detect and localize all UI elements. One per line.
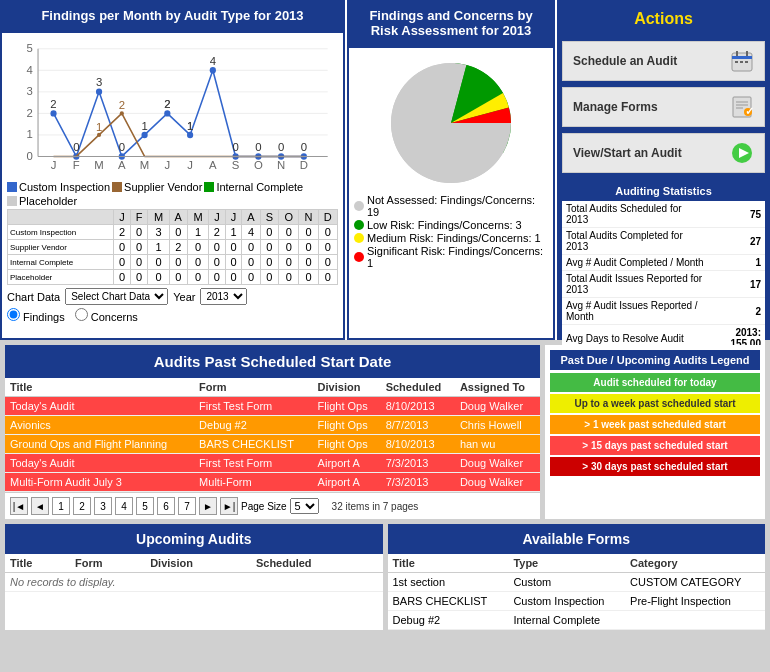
next-page-button[interactable]: ►	[199, 497, 217, 515]
col-assigned: Assigned To	[455, 378, 540, 397]
upcoming-col-title: Title	[5, 554, 70, 573]
row-assigned: han wu	[455, 435, 540, 454]
table-row[interactable]: Multi-Form Audit July 3 Multi-Form Airpo…	[5, 473, 540, 492]
svg-text:0: 0	[278, 140, 284, 153]
form-category: CUSTOM CATEGORY	[625, 573, 765, 592]
row-form: Debug #2	[194, 416, 313, 435]
svg-text:1: 1	[27, 127, 33, 140]
form-type: Internal Complete	[508, 611, 625, 630]
concerns-radio-label[interactable]: Concerns	[75, 308, 138, 323]
last-page-button[interactable]: ►|	[220, 497, 238, 515]
significant-risk-label: Significant Risk: Findings/Concerns: 1	[367, 245, 548, 269]
pagination: |◄ ◄ 1 2 3 4 5 6 7 ► ►| Page Size 5 32 i…	[5, 492, 540, 519]
auditing-statistics-title: Auditing Statistics	[562, 181, 765, 201]
stats-label: Total Audits Completed for 2013	[562, 228, 709, 255]
row-division: Airport A	[313, 473, 381, 492]
page-5-button[interactable]: 5	[136, 497, 154, 515]
medium-risk-label: Medium Risk: Findings/Concerns: 1	[367, 232, 541, 244]
svg-rect-63	[740, 61, 743, 63]
schedule-audit-label: Schedule an Audit	[573, 54, 677, 68]
page-3-button[interactable]: 3	[94, 497, 112, 515]
chart-legend: Custom Inspection Supplier Vendor Intern…	[7, 181, 338, 207]
forms-col-type: Type	[508, 554, 625, 573]
play-icon	[730, 141, 754, 165]
row-scheduled: 8/10/2013	[381, 435, 455, 454]
table-row[interactable]: Debug #2 Internal Complete	[388, 611, 766, 630]
table-row[interactable]: Today's Audit First Test Form Airport A …	[5, 454, 540, 473]
row-form: First Test Form	[194, 454, 313, 473]
schedule-audit-button[interactable]: Schedule an Audit	[562, 41, 765, 81]
page-7-button[interactable]: 7	[178, 497, 196, 515]
page-2-button[interactable]: 2	[73, 497, 91, 515]
col-form: Form	[194, 378, 313, 397]
findings-radio-label[interactable]: Findings	[7, 308, 65, 323]
svg-point-34	[164, 110, 170, 116]
table-row[interactable]: Today's Audit First Test Form Flight Ops…	[5, 397, 540, 416]
col-title: Title	[5, 378, 194, 397]
stats-value: 27	[709, 228, 765, 255]
svg-rect-59	[732, 56, 752, 59]
manage-forms-button[interactable]: Manage Forms ✓	[562, 87, 765, 127]
row-form: Multi-Form	[194, 473, 313, 492]
svg-text:0: 0	[232, 140, 238, 153]
svg-point-24	[50, 110, 56, 116]
svg-rect-62	[735, 61, 738, 63]
stats-row: Total Audit Issues Reported for 2013 17	[562, 271, 765, 298]
findings-radio[interactable]	[7, 308, 20, 321]
risk-section: Findings and Concerns by Risk Assessment…	[345, 0, 555, 340]
row-scheduled: 7/3/2013	[381, 473, 455, 492]
audits-past-title: Audits Past Scheduled Start Date	[5, 345, 540, 378]
table-row[interactable]: 1st section Custom CUSTOM CATEGORY	[388, 573, 766, 592]
svg-text:A: A	[209, 158, 217, 171]
svg-text:0: 0	[119, 140, 125, 153]
upcoming-audits-section: Upcoming Audits Title Form Division Sche…	[5, 524, 383, 630]
stats-row: Total Audits Scheduled for 2013 75	[562, 201, 765, 228]
past-due-legend-title: Past Due / Upcoming Audits Legend	[550, 350, 760, 370]
svg-text:N: N	[277, 158, 285, 171]
audit-table: Title Form Division Scheduled Assigned T…	[5, 378, 540, 492]
prev-page-button[interactable]: ◄	[31, 497, 49, 515]
row-scheduled: 7/3/2013	[381, 454, 455, 473]
row-division: Flight Ops	[313, 397, 381, 416]
chart-data-select[interactable]: Select Chart Data	[65, 288, 168, 305]
page-1-button[interactable]: 1	[52, 497, 70, 515]
table-row[interactable]: Avionics Debug #2 Flight Ops 8/7/2013 Ch…	[5, 416, 540, 435]
pie-chart-container	[386, 58, 516, 188]
legend-label: Placeholder	[19, 195, 77, 207]
form-category	[625, 611, 765, 630]
row-title: Ground Ops and Flight Planning	[5, 435, 194, 454]
concerns-radio[interactable]	[75, 308, 88, 321]
col-division: Division	[313, 378, 381, 397]
low-risk-label: Low Risk: Findings/Concerns: 3	[367, 219, 522, 231]
svg-text:3: 3	[27, 84, 33, 97]
page-4-button[interactable]: 4	[115, 497, 133, 515]
not-assessed-label: Not Assessed: Findings/Concerns: 19	[367, 194, 548, 218]
stats-row: Total Audits Completed for 2013 27	[562, 228, 765, 255]
available-forms-title: Available Forms	[388, 524, 766, 554]
page-6-button[interactable]: 6	[157, 497, 175, 515]
view-start-audit-button[interactable]: View/Start an Audit	[562, 133, 765, 173]
row-assigned: Chris Howell	[455, 416, 540, 435]
page-size-select[interactable]: 5	[290, 498, 319, 514]
year-select[interactable]: 2013	[200, 288, 247, 305]
stats-value: 1	[709, 255, 765, 271]
table-row[interactable]: BARS CHECKLIST Custom Inspection Pre-Fli…	[388, 592, 766, 611]
first-page-button[interactable]: |◄	[10, 497, 28, 515]
svg-text:M: M	[94, 158, 103, 171]
form-title: 1st section	[388, 573, 509, 592]
legend-internal-complete: Internal Complete	[204, 181, 303, 193]
svg-point-32	[141, 132, 147, 138]
svg-text:3: 3	[96, 75, 102, 88]
upcoming-col-form: Form	[70, 554, 145, 573]
table-row[interactable]: Ground Ops and Flight Planning BARS CHEC…	[5, 435, 540, 454]
col-scheduled: Scheduled	[381, 378, 455, 397]
legend-label: Internal Complete	[216, 181, 303, 193]
stats-value: 17	[709, 271, 765, 298]
row-title: Multi-Form Audit July 3	[5, 473, 194, 492]
form-type: Custom	[508, 573, 625, 592]
svg-text:F: F	[73, 158, 80, 171]
year-label: Year	[173, 291, 195, 303]
svg-text:2: 2	[119, 98, 125, 111]
low-risk-legend: Low Risk: Findings/Concerns: 3	[354, 219, 548, 231]
svg-text:J: J	[187, 158, 193, 171]
